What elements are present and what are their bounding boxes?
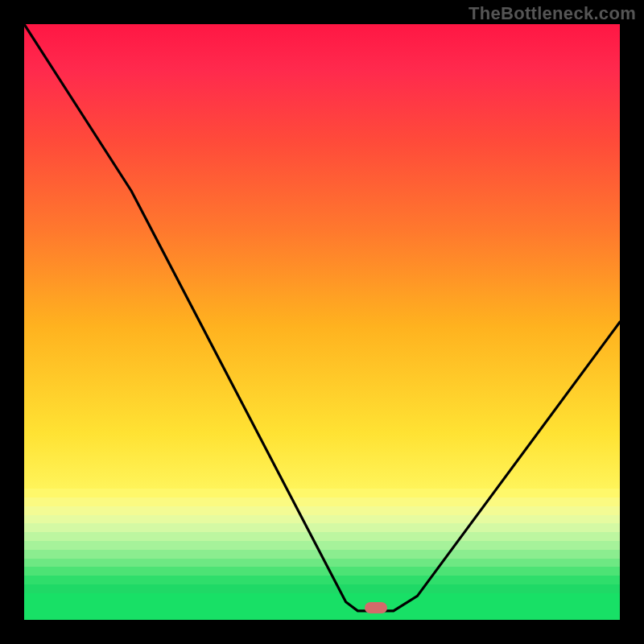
chart-frame: TheBottleneck.com: [0, 0, 644, 644]
curve-svg: [24, 24, 620, 620]
watermark-text: TheBottleneck.com: [469, 3, 636, 24]
bottleneck-curve-path: [24, 24, 620, 611]
valley-marker: [365, 602, 387, 613]
plot-area: [24, 24, 620, 620]
